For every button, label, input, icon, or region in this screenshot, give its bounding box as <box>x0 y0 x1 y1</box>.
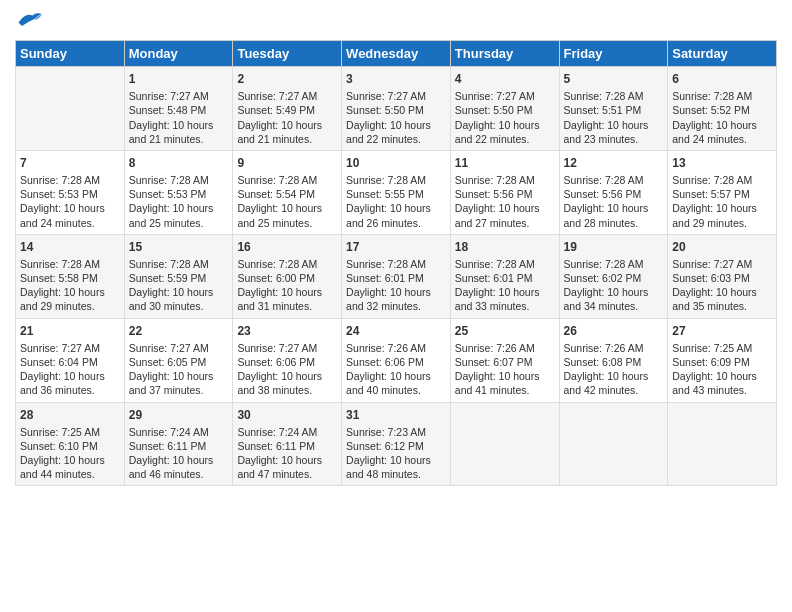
day-info: Daylight: 10 hours <box>346 369 446 383</box>
day-info: and 48 minutes. <box>346 467 446 481</box>
day-number: 19 <box>564 239 664 255</box>
day-info: and 24 minutes. <box>20 216 120 230</box>
day-info: and 44 minutes. <box>20 467 120 481</box>
day-number: 29 <box>129 407 229 423</box>
day-info: Daylight: 10 hours <box>20 453 120 467</box>
calendar-day-cell: 6Sunrise: 7:28 AMSunset: 5:52 PMDaylight… <box>668 67 777 151</box>
day-info: Sunrise: 7:28 AM <box>564 257 664 271</box>
calendar-day-cell: 25Sunrise: 7:26 AMSunset: 6:07 PMDayligh… <box>450 318 559 402</box>
day-info: Sunset: 6:00 PM <box>237 271 337 285</box>
day-info: Sunset: 6:02 PM <box>564 271 664 285</box>
day-info: and 28 minutes. <box>564 216 664 230</box>
calendar-day-cell: 14Sunrise: 7:28 AMSunset: 5:58 PMDayligh… <box>16 234 125 318</box>
day-info: and 41 minutes. <box>455 383 555 397</box>
day-info: and 22 minutes. <box>346 132 446 146</box>
day-info: Sunrise: 7:26 AM <box>564 341 664 355</box>
day-info: Daylight: 10 hours <box>346 453 446 467</box>
day-info: Daylight: 10 hours <box>346 285 446 299</box>
day-info: Sunrise: 7:28 AM <box>20 173 120 187</box>
day-number: 26 <box>564 323 664 339</box>
day-info: Sunset: 5:48 PM <box>129 103 229 117</box>
day-number: 7 <box>20 155 120 171</box>
day-info: Sunrise: 7:28 AM <box>129 257 229 271</box>
day-number: 10 <box>346 155 446 171</box>
calendar-day-cell: 1Sunrise: 7:27 AMSunset: 5:48 PMDaylight… <box>124 67 233 151</box>
day-info: Daylight: 10 hours <box>346 201 446 215</box>
day-info: Daylight: 10 hours <box>129 453 229 467</box>
header-thursday: Thursday <box>450 41 559 67</box>
day-number: 9 <box>237 155 337 171</box>
day-info: Sunset: 5:53 PM <box>20 187 120 201</box>
day-number: 18 <box>455 239 555 255</box>
calendar-day-cell: 22Sunrise: 7:27 AMSunset: 6:05 PMDayligh… <box>124 318 233 402</box>
day-info: and 24 minutes. <box>672 132 772 146</box>
day-info: Sunrise: 7:28 AM <box>237 173 337 187</box>
day-info: Daylight: 10 hours <box>455 369 555 383</box>
header-monday: Monday <box>124 41 233 67</box>
day-info: and 29 minutes. <box>672 216 772 230</box>
day-info: Daylight: 10 hours <box>237 285 337 299</box>
day-info: Daylight: 10 hours <box>129 118 229 132</box>
day-info: Sunrise: 7:27 AM <box>129 341 229 355</box>
day-info: and 30 minutes. <box>129 299 229 313</box>
calendar-day-cell: 16Sunrise: 7:28 AMSunset: 6:00 PMDayligh… <box>233 234 342 318</box>
day-info: and 31 minutes. <box>237 299 337 313</box>
day-info: Sunset: 6:11 PM <box>129 439 229 453</box>
day-number: 16 <box>237 239 337 255</box>
day-info: Sunrise: 7:28 AM <box>564 89 664 103</box>
calendar-day-cell: 29Sunrise: 7:24 AMSunset: 6:11 PMDayligh… <box>124 402 233 486</box>
day-info: Sunset: 5:59 PM <box>129 271 229 285</box>
day-info: Daylight: 10 hours <box>129 369 229 383</box>
day-info: and 46 minutes. <box>129 467 229 481</box>
day-info: Sunset: 6:05 PM <box>129 355 229 369</box>
day-number: 22 <box>129 323 229 339</box>
day-info: Sunrise: 7:28 AM <box>237 257 337 271</box>
calendar-day-cell: 9Sunrise: 7:28 AMSunset: 5:54 PMDaylight… <box>233 150 342 234</box>
day-info: Sunset: 6:01 PM <box>346 271 446 285</box>
day-info: Sunrise: 7:25 AM <box>20 425 120 439</box>
day-info: and 23 minutes. <box>564 132 664 146</box>
calendar-day-cell: 15Sunrise: 7:28 AMSunset: 5:59 PMDayligh… <box>124 234 233 318</box>
calendar-day-cell: 28Sunrise: 7:25 AMSunset: 6:10 PMDayligh… <box>16 402 125 486</box>
calendar-day-cell: 24Sunrise: 7:26 AMSunset: 6:06 PMDayligh… <box>342 318 451 402</box>
day-number: 21 <box>20 323 120 339</box>
calendar-day-cell: 10Sunrise: 7:28 AMSunset: 5:55 PMDayligh… <box>342 150 451 234</box>
day-info: Sunrise: 7:28 AM <box>129 173 229 187</box>
day-info: Sunset: 5:51 PM <box>564 103 664 117</box>
calendar-day-cell: 19Sunrise: 7:28 AMSunset: 6:02 PMDayligh… <box>559 234 668 318</box>
day-number: 2 <box>237 71 337 87</box>
day-info: and 22 minutes. <box>455 132 555 146</box>
day-info: Sunset: 5:53 PM <box>129 187 229 201</box>
calendar-week-row: 14Sunrise: 7:28 AMSunset: 5:58 PMDayligh… <box>16 234 777 318</box>
header-sunday: Sunday <box>16 41 125 67</box>
day-info: Sunrise: 7:28 AM <box>455 257 555 271</box>
calendar-day-cell: 30Sunrise: 7:24 AMSunset: 6:11 PMDayligh… <box>233 402 342 486</box>
day-info: Daylight: 10 hours <box>672 369 772 383</box>
calendar-day-cell: 12Sunrise: 7:28 AMSunset: 5:56 PMDayligh… <box>559 150 668 234</box>
day-info: and 25 minutes. <box>237 216 337 230</box>
header-saturday: Saturday <box>668 41 777 67</box>
day-number: 17 <box>346 239 446 255</box>
day-info: Sunset: 5:54 PM <box>237 187 337 201</box>
day-info: Daylight: 10 hours <box>672 201 772 215</box>
day-info: and 32 minutes. <box>346 299 446 313</box>
day-number: 11 <box>455 155 555 171</box>
day-info: Sunrise: 7:27 AM <box>129 89 229 103</box>
day-info: and 37 minutes. <box>129 383 229 397</box>
calendar-week-row: 21Sunrise: 7:27 AMSunset: 6:04 PMDayligh… <box>16 318 777 402</box>
day-number: 6 <box>672 71 772 87</box>
day-info: Daylight: 10 hours <box>455 201 555 215</box>
day-info: Sunrise: 7:27 AM <box>237 89 337 103</box>
day-info: and 40 minutes. <box>346 383 446 397</box>
day-info: Sunrise: 7:24 AM <box>237 425 337 439</box>
day-info: and 36 minutes. <box>20 383 120 397</box>
day-number: 14 <box>20 239 120 255</box>
day-number: 8 <box>129 155 229 171</box>
day-number: 30 <box>237 407 337 423</box>
day-number: 13 <box>672 155 772 171</box>
header <box>15 10 777 32</box>
calendar-day-cell: 7Sunrise: 7:28 AMSunset: 5:53 PMDaylight… <box>16 150 125 234</box>
day-info: Sunrise: 7:28 AM <box>564 173 664 187</box>
day-number: 12 <box>564 155 664 171</box>
day-number: 15 <box>129 239 229 255</box>
